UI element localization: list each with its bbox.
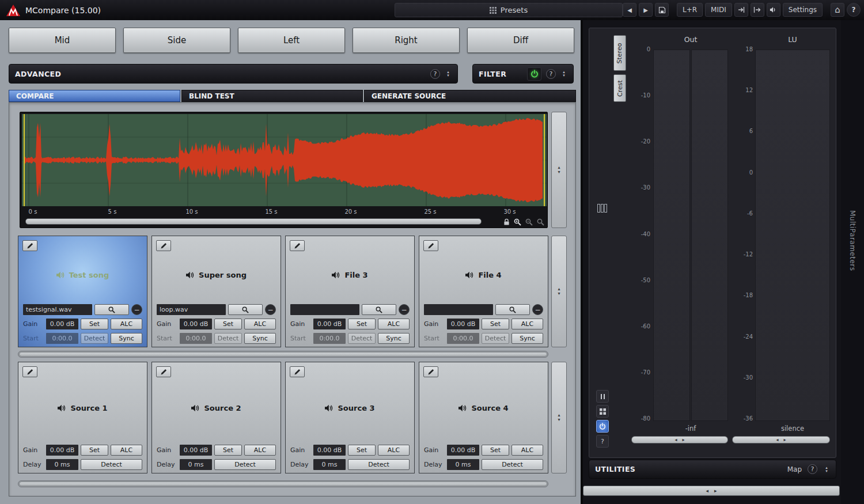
import-settings-button[interactable] <box>734 3 748 17</box>
pause-button[interactable] <box>596 390 609 403</box>
sync-button[interactable]: Sync <box>111 333 142 344</box>
browse-button[interactable] <box>228 304 263 315</box>
waveform-expander[interactable] <box>551 112 567 228</box>
file-slot-4[interactable]: File 4 Gain 0.00 dB Set ALC Start <box>419 236 548 347</box>
alc-button[interactable]: ALC <box>111 319 142 329</box>
lock-icon[interactable] <box>503 218 510 226</box>
scroll-thumb[interactable] <box>19 352 547 357</box>
set-button[interactable]: Set <box>348 445 376 456</box>
waveform-scroll-thumb[interactable] <box>25 218 482 225</box>
detect-button[interactable]: Detect <box>348 459 410 470</box>
multiparameters-panel[interactable]: MultiParameters <box>841 20 864 504</box>
remove-file-button[interactable] <box>265 304 276 315</box>
sync-button[interactable]: Sync <box>511 333 543 344</box>
help-button[interactable] <box>847 3 861 17</box>
right-panel-scrollbar[interactable] <box>583 486 840 496</box>
advanced-bar[interactable]: ADVANCED <box>9 64 458 84</box>
start-value[interactable]: 0:00.0 <box>46 333 78 344</box>
gain-value[interactable]: 0.00 dB <box>180 445 212 456</box>
set-button[interactable]: Set <box>482 445 509 456</box>
save-preset-button[interactable] <box>655 3 669 17</box>
file-slots-scrollbar[interactable] <box>18 351 548 358</box>
gain-value[interactable]: 0.00 dB <box>313 319 346 329</box>
meter-help-button[interactable] <box>596 435 609 448</box>
channel-button-right[interactable]: Right <box>353 28 460 53</box>
browse-button[interactable] <box>94 304 129 315</box>
filter-power-button[interactable] <box>527 67 541 81</box>
detect-button[interactable]: Detect <box>482 333 509 344</box>
advanced-help-button[interactable] <box>430 69 440 79</box>
lu-meter-scrollbar[interactable] <box>732 436 830 444</box>
utilities-help-button[interactable] <box>808 464 817 474</box>
filter-collapse-button[interactable] <box>560 70 567 77</box>
source-slot-4[interactable]: Source 4 Gain 0.00 dB Set ALC Delay 0 ms… <box>419 362 548 473</box>
map-button[interactable]: Map <box>787 465 802 473</box>
detect-button[interactable]: Detect <box>348 333 376 344</box>
filter-bar[interactable]: FILTER <box>472 64 574 84</box>
rename-button[interactable] <box>156 240 171 251</box>
rename-button[interactable] <box>156 366 171 377</box>
filter-help-button[interactable] <box>546 69 556 79</box>
gain-value[interactable]: 0.00 dB <box>447 445 479 456</box>
set-button[interactable]: Set <box>482 319 509 329</box>
start-value[interactable]: 0:00.0 <box>447 333 479 344</box>
delay-value[interactable]: 0 ms <box>313 459 346 470</box>
alc-button[interactable]: ALC <box>111 445 142 456</box>
sync-button[interactable]: Sync <box>378 333 410 344</box>
rename-button[interactable] <box>22 366 37 377</box>
gain-value[interactable]: 0.00 dB <box>180 319 212 329</box>
gain-value[interactable]: 0.00 dB <box>313 445 346 456</box>
detect-button[interactable]: Detect <box>482 459 543 470</box>
midi-button[interactable]: MIDI <box>705 3 732 17</box>
channel-button-mid[interactable]: Mid <box>9 28 116 53</box>
start-value[interactable]: 0:00.0 <box>313 333 346 344</box>
delay-value[interactable]: 0 ms <box>180 459 212 470</box>
delay-value[interactable]: 0 ms <box>46 459 78 470</box>
popup-window-button[interactable] <box>596 405 609 418</box>
set-button[interactable]: Set <box>214 445 242 456</box>
next-preset-button[interactable] <box>639 3 653 17</box>
settings-button[interactable]: Settings <box>783 3 823 17</box>
previous-preset-button[interactable] <box>623 3 636 17</box>
detect-button[interactable]: Detect <box>214 459 276 470</box>
channel-mode-button[interactable]: L+R <box>677 3 703 17</box>
remove-file-button[interactable] <box>399 304 410 315</box>
file-slot-2[interactable]: Super song loop.wav Gain 0.00 dB Set ALC <box>151 236 281 347</box>
source-slot-2[interactable]: Source 2 Gain 0.00 dB Set ALC Delay 0 ms… <box>151 362 281 473</box>
rename-button[interactable] <box>22 240 37 251</box>
utilities-collapse-button[interactable] <box>823 466 830 473</box>
set-button[interactable]: Set <box>81 319 108 329</box>
alc-button[interactable]: ALC <box>244 445 276 456</box>
filename-field[interactable] <box>424 304 493 315</box>
remove-file-button[interactable] <box>131 304 142 315</box>
tab-compare[interactable]: COMPARE <box>9 90 180 102</box>
meter-power-button[interactable] <box>596 420 609 433</box>
melda-logo[interactable] <box>6 4 21 17</box>
filename-field[interactable]: loop.wav <box>157 304 226 315</box>
zoom-fit-icon[interactable] <box>537 218 544 226</box>
delay-value[interactable]: 0 ms <box>447 459 479 470</box>
alc-button[interactable]: ALC <box>378 319 410 329</box>
detect-button[interactable]: Detect <box>214 333 242 344</box>
zoom-out-icon[interactable] <box>525 218 533 226</box>
tab-generate-source[interactable]: GENERATE SOURCE <box>364 90 576 102</box>
rename-button[interactable] <box>423 240 438 251</box>
source-slot-1[interactable]: Source 1 Gain 0.00 dB Set ALC Delay 0 ms… <box>18 362 147 473</box>
detect-button[interactable]: Detect <box>81 333 108 344</box>
channel-button-diff[interactable]: Diff <box>467 28 574 53</box>
scroll-thumb[interactable] <box>19 482 547 486</box>
alc-button[interactable]: ALC <box>378 445 410 456</box>
detect-button[interactable]: Detect <box>81 459 142 470</box>
set-button[interactable]: Set <box>81 445 108 456</box>
zoom-in-icon[interactable] <box>514 218 521 226</box>
advanced-collapse-button[interactable] <box>445 70 452 77</box>
alc-button[interactable]: ALC <box>511 319 543 329</box>
gain-value[interactable]: 0.00 dB <box>46 319 78 329</box>
out-meter-scrollbar[interactable] <box>631 436 728 444</box>
file-slot-1[interactable]: Test song testsignal.wav Gain 0.00 dB Se… <box>18 236 147 347</box>
utilities-bar[interactable]: UTILITIES Map <box>589 460 836 479</box>
waveform-canvas[interactable] <box>22 114 547 206</box>
filename-field[interactable] <box>290 304 359 315</box>
meter-bars-icon[interactable] <box>597 204 608 213</box>
volume-button[interactable] <box>767 3 780 17</box>
